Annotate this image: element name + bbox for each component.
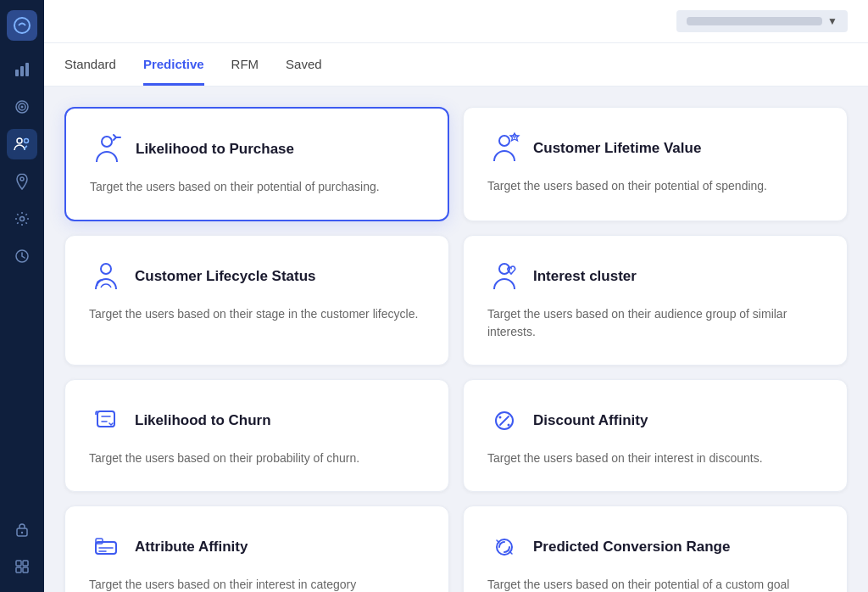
card-desc: Target the users based on their probabil… bbox=[89, 450, 425, 467]
svg-point-9 bbox=[20, 177, 24, 181]
tab-standard[interactable]: Standard bbox=[64, 43, 116, 86]
svg-rect-16 bbox=[16, 567, 21, 572]
card-attribute-affinity[interactable]: Attribute Affinity Target the users base… bbox=[64, 505, 449, 592]
cards-grid: Likelihood to Purchase Target the users … bbox=[64, 107, 848, 592]
svg-point-10 bbox=[20, 217, 25, 221]
card-desc: Target the users based on their potentia… bbox=[90, 178, 424, 196]
svg-point-6 bbox=[21, 106, 24, 109]
churn-icon bbox=[89, 404, 123, 438]
card-customer-lifetime-value[interactable]: Customer Lifetime Value Target the users… bbox=[463, 107, 848, 221]
sidebar-item-settings[interactable] bbox=[7, 204, 37, 234]
card-desc: Target the users based on their stage in… bbox=[89, 305, 425, 323]
purchase-icon bbox=[90, 132, 124, 166]
tabs-bar: Standard Predictive RFM Saved bbox=[44, 43, 868, 87]
sidebar-item-clock[interactable] bbox=[7, 241, 37, 271]
topbar: ▼ bbox=[44, 0, 868, 43]
card-interest-cluster[interactable]: Interest cluster Target the users based … bbox=[463, 235, 848, 366]
svg-point-18 bbox=[102, 137, 112, 147]
svg-rect-3 bbox=[25, 63, 29, 76]
card-title: Customer Lifecycle Status bbox=[135, 268, 316, 285]
card-title: Attribute Affinity bbox=[135, 539, 248, 556]
card-desc: Target the users based on their potentia… bbox=[487, 576, 823, 592]
interest-icon bbox=[487, 260, 521, 293]
card-title: Likelihood to Purchase bbox=[136, 141, 294, 158]
card-customer-lifecycle-status[interactable]: Customer Lifecycle Status Target the use… bbox=[64, 235, 449, 366]
card-predicted-conversion-range[interactable]: Predicted Conversion Range Target the us… bbox=[463, 505, 848, 592]
sidebar-item-dashboard[interactable] bbox=[7, 54, 37, 85]
card-desc: Target the users based on their potentia… bbox=[487, 177, 823, 195]
sidebar-item-target[interactable] bbox=[7, 92, 37, 122]
sidebar-item-users[interactable] bbox=[7, 129, 37, 159]
sidebar-item-lock[interactable] bbox=[7, 514, 37, 545]
svg-point-21 bbox=[101, 264, 111, 274]
svg-rect-14 bbox=[16, 561, 21, 566]
topbar-dropdown[interactable]: ▼ bbox=[676, 10, 848, 32]
tab-rfm[interactable]: RFM bbox=[231, 43, 259, 86]
lifecycle-icon bbox=[89, 260, 123, 293]
card-title: Likelihood to Churn bbox=[135, 412, 271, 429]
tab-saved[interactable]: Saved bbox=[286, 43, 322, 86]
attribute-icon bbox=[89, 530, 123, 564]
sidebar-item-grid[interactable] bbox=[7, 551, 37, 582]
card-title: Customer Lifetime Value bbox=[533, 140, 701, 157]
discount-icon bbox=[487, 404, 521, 438]
conversion-icon bbox=[487, 530, 521, 564]
svg-point-0 bbox=[14, 18, 30, 33]
svg-point-13 bbox=[21, 532, 23, 533]
svg-rect-1 bbox=[15, 70, 19, 76]
card-title: Interest cluster bbox=[533, 268, 637, 285]
sidebar-logo[interactable] bbox=[7, 10, 37, 41]
sidebar bbox=[0, 0, 44, 592]
svg-point-7 bbox=[17, 138, 22, 143]
card-desc: Target the users based on their interest… bbox=[89, 576, 425, 592]
content-area: Likelihood to Purchase Target the users … bbox=[44, 87, 868, 592]
svg-point-19 bbox=[499, 136, 509, 146]
svg-point-8 bbox=[25, 139, 29, 143]
svg-point-25 bbox=[499, 416, 502, 419]
lifetime-icon bbox=[487, 131, 521, 165]
dropdown-chevron-icon: ▼ bbox=[827, 15, 837, 27]
card-likelihood-to-purchase[interactable]: Likelihood to Purchase Target the users … bbox=[64, 107, 449, 221]
card-likelihood-to-churn[interactable]: Likelihood to Churn Target the users bas… bbox=[64, 379, 449, 492]
card-desc: Target the users based on their audience… bbox=[487, 305, 823, 341]
dropdown-bar bbox=[687, 17, 822, 25]
card-desc: Target the users based on their interest… bbox=[487, 450, 823, 467]
svg-point-26 bbox=[508, 424, 510, 427]
svg-rect-2 bbox=[20, 66, 24, 76]
main-content: ▼ Standard Predictive RFM Saved bbox=[44, 0, 868, 592]
sidebar-item-location[interactable] bbox=[7, 166, 37, 197]
card-discount-affinity[interactable]: Discount Affinity Target the users based… bbox=[463, 379, 848, 492]
svg-rect-17 bbox=[23, 567, 28, 572]
svg-rect-15 bbox=[23, 561, 28, 566]
card-title: Discount Affinity bbox=[533, 412, 648, 429]
tab-predictive[interactable]: Predictive bbox=[143, 43, 204, 86]
card-title: Predicted Conversion Range bbox=[533, 539, 730, 556]
